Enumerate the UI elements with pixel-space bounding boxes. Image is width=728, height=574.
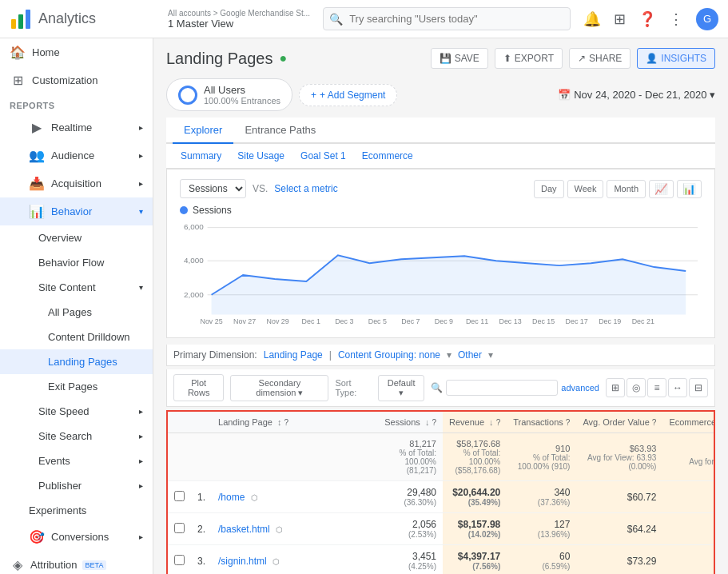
- search-input[interactable]: [323, 7, 571, 30]
- save-label: SAVE: [455, 53, 479, 64]
- sidebar-item-content-drilldown[interactable]: Content Drilldown: [0, 325, 153, 349]
- add-segment-label: + Add Segment: [320, 90, 385, 101]
- col-landing-page[interactable]: Landing Page ↕ ?: [212, 412, 378, 433]
- sidebar-item-acquisition[interactable]: 📥 Acquisition ▸: [0, 169, 153, 197]
- row-revenue: $4,397.17(7.56%): [443, 545, 507, 575]
- add-segment-button[interactable]: + + Add Segment: [299, 84, 397, 106]
- col-transactions[interactable]: Transactions ?: [507, 412, 576, 433]
- lifetime-view-button[interactable]: ⊟: [689, 378, 708, 397]
- row-num: 3.: [191, 545, 212, 575]
- main-content: Landing Pages ● 💾 SAVE ⬆ EXPORT ↗ SHARE: [153, 38, 728, 574]
- row-checkbox[interactable]: [168, 545, 191, 575]
- sidebar-item-behavior[interactable]: 📊 Behavior ▾: [0, 197, 153, 225]
- svg-marker-9: [212, 255, 686, 314]
- tab-entrance-paths[interactable]: Entrance Paths: [233, 118, 327, 144]
- landing-page-dimension[interactable]: Landing Page: [264, 349, 323, 361]
- calendar-icon: 📅: [558, 89, 571, 101]
- sidebar-item-behavior-flow[interactable]: Behavior Flow: [0, 250, 153, 275]
- performance-view-button[interactable]: ≡: [647, 378, 666, 397]
- account-view-dropdown[interactable]: 1 Master View: [168, 18, 310, 30]
- user-avatar[interactable]: G: [696, 8, 718, 30]
- subtab-summary[interactable]: Summary: [173, 147, 229, 165]
- grid-icon: ⊞: [10, 73, 26, 88]
- sidebar-item-audience[interactable]: 👥 Audience ▸: [0, 142, 153, 169]
- col-revenue[interactable]: Revenue ↓ ?: [443, 412, 507, 433]
- more-icon[interactable]: ⋮: [669, 10, 683, 28]
- secondary-dimension-dropdown[interactable]: Secondary dimension ▾: [230, 375, 328, 401]
- sidebar-item-site-speed[interactable]: Site Speed ▸: [0, 399, 153, 424]
- tab-bar: Explorer Entrance Paths Summary Site Usa…: [166, 118, 715, 169]
- sidebar-item-landing-pages[interactable]: Landing Pages: [0, 349, 153, 374]
- advanced-link[interactable]: advanced: [561, 383, 599, 393]
- apps-icon[interactable]: ⊞: [614, 10, 626, 28]
- export-button[interactable]: ⬆ EXPORT: [495, 48, 563, 69]
- account-info: All accounts > Google Merchandise St... …: [168, 9, 310, 30]
- page-title-area: Landing Pages ●: [166, 50, 287, 68]
- sessions-col-label: Sessions: [384, 417, 420, 427]
- select-metric-link[interactable]: Select a metric: [274, 183, 337, 194]
- subtab-goal-set-1[interactable]: Goal Set 1: [292, 147, 354, 165]
- row-sessions: 3,451(4.25%): [378, 545, 443, 575]
- search-filter: 🔍 advanced: [431, 380, 599, 396]
- sidebar-item-home[interactable]: 🏠 Home: [0, 38, 153, 66]
- other-dimension[interactable]: Other: [458, 349, 482, 361]
- week-button[interactable]: Week: [567, 180, 604, 198]
- landing-page-link[interactable]: /basket.html: [218, 524, 270, 535]
- month-button[interactable]: Month: [607, 180, 646, 198]
- date-range-label: Nov 24, 2020 - Dec 21, 2020 ▾: [574, 89, 715, 101]
- row-checkbox[interactable]: [168, 513, 191, 545]
- pivot-view-button[interactable]: ↔: [668, 378, 687, 397]
- export-label: EXPORT: [515, 53, 554, 64]
- landing-page-link[interactable]: /home: [218, 492, 245, 503]
- chart-area: Sessions VS. Select a metric Day Week Mo…: [166, 169, 715, 338]
- insights-button[interactable]: 👤 INSIGHTS: [637, 48, 715, 69]
- sidebar-item-site-content[interactable]: Site Content ▾: [0, 275, 153, 300]
- save-button[interactable]: 💾 SAVE: [431, 48, 488, 69]
- metric-select[interactable]: Sessions: [180, 179, 246, 198]
- line-chart-icon[interactable]: 📈: [649, 180, 674, 198]
- svg-text:Dec 7: Dec 7: [401, 317, 420, 325]
- landing-page-link[interactable]: /signin.html: [218, 556, 267, 567]
- sidebar-item-experiments[interactable]: Experiments: [0, 498, 153, 523]
- col-avg-order[interactable]: Avg. Order Value ?: [576, 412, 662, 433]
- col-ecommerce-rate[interactable]: Ecommerce Conversion Rate ?: [662, 412, 715, 433]
- table-search-input[interactable]: [446, 380, 558, 396]
- sidebar-item-publisher[interactable]: Publisher ▸: [0, 473, 153, 498]
- svg-text:Dec 5: Dec 5: [368, 317, 387, 325]
- sessions-sort-icon: ↓: [425, 417, 430, 427]
- analytics-logo-icon: [10, 8, 32, 30]
- sidebar-item-exit-pages[interactable]: Exit Pages: [0, 374, 153, 399]
- subtab-ecommerce[interactable]: Ecommerce: [354, 147, 421, 165]
- tab-explorer[interactable]: Explorer: [173, 118, 233, 144]
- audience-icon: 👥: [29, 148, 45, 163]
- content-grouping-dimension[interactable]: Content Grouping: none: [338, 349, 440, 361]
- pie-view-button[interactable]: ◎: [627, 378, 646, 397]
- all-users-segment[interactable]: All Users 100.00% Entrances: [166, 78, 292, 111]
- sidebar-item-customization[interactable]: ⊞ Customization: [0, 66, 153, 94]
- sidebar-item-realtime[interactable]: ▶ Realtime ▸: [0, 114, 153, 142]
- share-button[interactable]: ↗ SHARE: [569, 48, 631, 69]
- sidebar-item-all-pages[interactable]: All Pages: [0, 300, 153, 325]
- row-checkbox[interactable]: [168, 481, 191, 513]
- expand-site-content-icon: ▾: [139, 283, 143, 292]
- date-range-picker[interactable]: 📅 Nov 24, 2020 - Dec 21, 2020 ▾: [558, 89, 715, 101]
- day-button[interactable]: Day: [534, 180, 564, 198]
- sidebar-item-overview-label: Overview: [38, 232, 82, 244]
- subtab-site-usage[interactable]: Site Usage: [229, 147, 292, 165]
- plot-rows-button[interactable]: Plot Rows: [173, 374, 224, 401]
- help-icon[interactable]: ❓: [638, 10, 656, 28]
- sort-default-dropdown[interactable]: Default ▾: [378, 375, 424, 401]
- row-sessions-pct: (2.53%): [384, 530, 436, 539]
- bar-chart-icon[interactable]: 📊: [677, 180, 702, 198]
- revenue-info-icon: ?: [496, 418, 501, 427]
- totals-transactions: 910 % of Total: 100.00% (910): [507, 433, 576, 481]
- sidebar-item-overview[interactable]: Overview: [0, 225, 153, 250]
- sidebar-item-conversions[interactable]: 🎯 Conversions ▸: [0, 523, 153, 551]
- sort-type-label: Sort Type:: [335, 378, 372, 397]
- sidebar-item-attribution[interactable]: ◈ Attribution BETA: [0, 551, 153, 574]
- sidebar-item-site-search[interactable]: Site Search ▸: [0, 424, 153, 448]
- col-sessions[interactable]: Sessions ↓ ?: [378, 412, 443, 433]
- sidebar-item-events[interactable]: Events ▸: [0, 448, 153, 473]
- table-view-button[interactable]: ⊞: [606, 378, 625, 397]
- bell-icon[interactable]: 🔔: [583, 10, 601, 28]
